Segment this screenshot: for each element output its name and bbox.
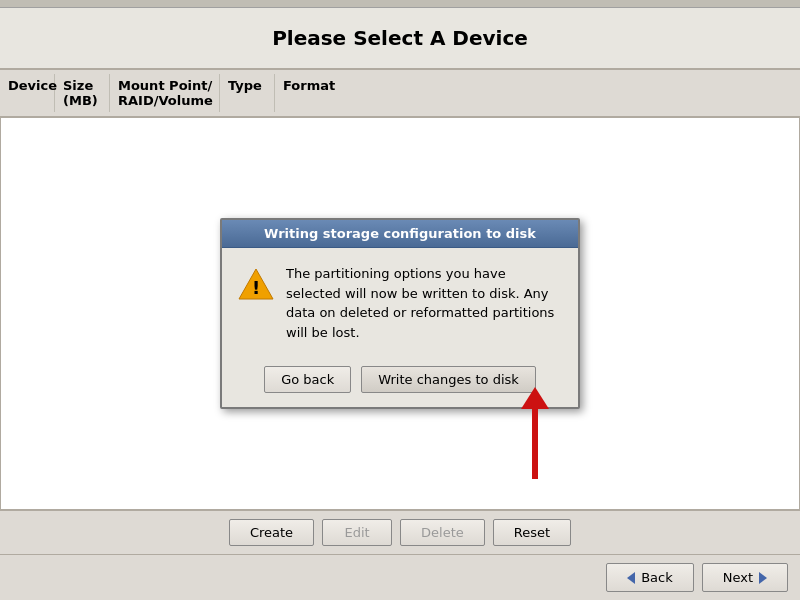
next-label: Next — [723, 570, 753, 585]
col-header-mount: Mount Point/RAID/Volume — [110, 74, 220, 112]
next-button[interactable]: Next — [702, 563, 788, 592]
dialog-body: ! The partitioning options you have sele… — [222, 248, 578, 358]
back-arrow-icon — [627, 572, 635, 584]
arrow-annotation — [521, 389, 549, 479]
create-button[interactable]: Create — [229, 519, 314, 546]
table-header: Device Size(MB) Mount Point/RAID/Volume … — [0, 69, 800, 117]
content-area: Writing storage configuration to disk ! … — [0, 117, 800, 510]
dialog-message: The partitioning options you have select… — [286, 264, 562, 342]
main-container: Please Select A Device Device Size(MB) M… — [0, 8, 800, 600]
col-header-size: Size(MB) — [55, 74, 110, 112]
write-changes-button[interactable]: Write changes to disk — [361, 366, 536, 393]
svg-text:!: ! — [252, 277, 260, 298]
back-label: Back — [641, 570, 673, 585]
page-title: Please Select A Device — [20, 26, 780, 50]
col-header-device: Device — [0, 74, 55, 112]
next-arrow-icon — [759, 572, 767, 584]
go-back-button[interactable]: Go back — [264, 366, 351, 393]
top-bar — [0, 0, 800, 8]
dialog-title: Writing storage configuration to disk — [222, 220, 578, 248]
bottom-toolbar: Create Edit Delete Reset — [0, 510, 800, 554]
col-header-type: Type — [220, 74, 275, 112]
reset-button[interactable]: Reset — [493, 519, 571, 546]
arrow-shaft — [532, 409, 538, 479]
delete-button[interactable]: Delete — [400, 519, 485, 546]
warning-icon: ! — [238, 266, 274, 342]
dialog: Writing storage configuration to disk ! … — [220, 218, 580, 409]
edit-button[interactable]: Edit — [322, 519, 392, 546]
dialog-overlay: Writing storage configuration to disk ! … — [1, 118, 799, 509]
title-section: Please Select A Device — [0, 8, 800, 69]
nav-bar: Back Next — [0, 554, 800, 600]
arrow-head — [521, 387, 549, 409]
col-header-format: Format — [275, 74, 335, 112]
back-button[interactable]: Back — [606, 563, 694, 592]
